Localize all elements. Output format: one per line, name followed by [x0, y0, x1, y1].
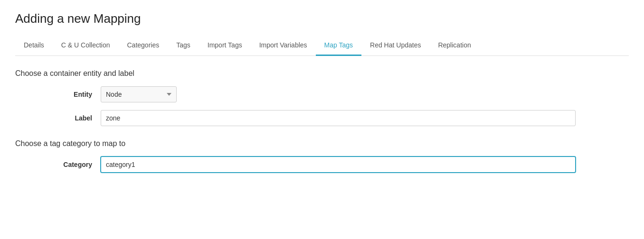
tab-cu-collection[interactable]: C & U Collection [53, 36, 119, 56]
container-section-heading: Choose a container entity and label [15, 69, 629, 78]
entity-label: Entity [15, 91, 101, 98]
entity-select[interactable]: Node Cluster Host VM [101, 86, 177, 102]
label-field-wrapper [101, 110, 576, 126]
category-label: Category [15, 161, 101, 168]
tab-import-tags[interactable]: Import Tags [199, 36, 251, 56]
label-input[interactable] [101, 110, 576, 126]
tabs-bar: Details C & U Collection Categories Tags… [15, 36, 629, 56]
category-row: Category [15, 156, 629, 173]
entity-row: Entity Node Cluster Host VM [15, 86, 629, 102]
tab-red-hat-updates[interactable]: Red Hat Updates [361, 36, 429, 56]
tab-replication[interactable]: Replication [429, 36, 479, 56]
tab-categories[interactable]: Categories [119, 36, 168, 56]
label-row: Label [15, 110, 629, 126]
entity-select-wrapper: Node Cluster Host VM [101, 86, 177, 102]
entity-field: Node Cluster Host VM [101, 86, 576, 102]
tab-tags[interactable]: Tags [168, 36, 199, 56]
tag-section-heading: Choose a tag category to map to [15, 139, 629, 148]
category-field-wrapper [101, 156, 576, 173]
tab-map-tags[interactable]: Map Tags [316, 36, 361, 56]
page-container: Adding a new Mapping Details C & U Colle… [0, 0, 644, 239]
category-input[interactable] [101, 156, 576, 173]
tab-details[interactable]: Details [15, 36, 53, 56]
tag-section: Choose a tag category to map to Category [15, 139, 629, 173]
label-field-label: Label [15, 114, 101, 122]
container-section: Choose a container entity and label Enti… [15, 69, 629, 126]
page-title: Adding a new Mapping [15, 11, 629, 26]
tab-import-variables[interactable]: Import Variables [251, 36, 316, 56]
